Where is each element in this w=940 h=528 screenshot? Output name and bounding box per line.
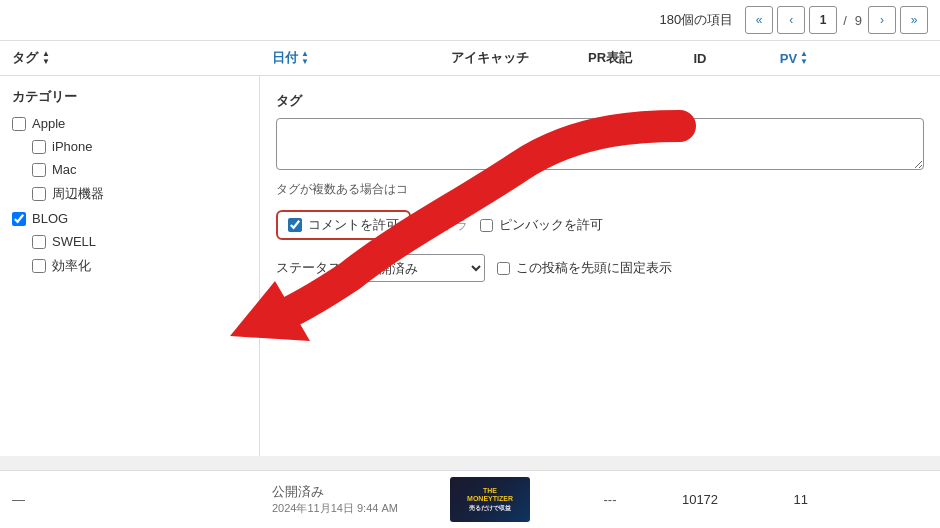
pingback-section: ピンバックを許可	[480, 216, 603, 234]
col-header-tag: タグ ▲▼	[0, 49, 260, 67]
main-content: カテゴリー Apple iPhone Mac 周辺機器	[0, 76, 940, 456]
options-row: コメントを許可 トラ ピンバックを許可	[276, 210, 924, 240]
first-page-button[interactable]: «	[745, 6, 773, 34]
item-count: 180個の項目	[659, 11, 733, 29]
category-peripheral[interactable]: 周辺機器	[12, 183, 247, 205]
status-row: ステータス 公開済み 下書き レビュー待ち この投稿を先頭に固定表示	[276, 254, 924, 282]
row-id: 10172	[660, 492, 740, 507]
category-swell[interactable]: SWELL	[12, 232, 247, 251]
trackback-checkbox[interactable]	[423, 219, 436, 232]
row-status: 公開済み	[272, 483, 408, 501]
pin-section: この投稿を先頭に固定表示	[497, 259, 672, 277]
category-iphone[interactable]: iPhone	[12, 137, 247, 156]
status-label: ステータス	[276, 259, 341, 277]
comment-allow-checkbox[interactable]	[288, 218, 302, 232]
page-separator: /	[841, 13, 849, 28]
col-header-date: 日付 ▲▼	[260, 49, 420, 67]
row-tag: —	[0, 492, 260, 507]
prev-page-button[interactable]: ‹	[777, 6, 805, 34]
table-header: タグ ▲▼ 日付 ▲▼ アイキャッチ PR表記 ID PV ▲▼	[0, 41, 940, 76]
checkbox-mac[interactable]	[32, 163, 46, 177]
pin-label: この投稿を先頭に固定表示	[516, 259, 672, 277]
row-eyecatch: THEMONEYTIZER売るだけで収益	[420, 477, 560, 522]
trackback-label: トラ	[442, 216, 468, 234]
col-header-pr: PR表記	[560, 49, 660, 67]
category-swell-label: SWELL	[52, 234, 96, 249]
checkbox-apple[interactable]	[12, 117, 26, 131]
category-peripheral-label: 周辺機器	[52, 185, 104, 203]
pv-sort-icon[interactable]: ▲▼	[800, 50, 808, 66]
checkbox-efficiency[interactable]	[32, 259, 46, 273]
trackback-section: トラ	[423, 216, 468, 234]
tag-hint: タグが複数ある場合はコ	[276, 181, 924, 198]
next-page-button[interactable]: ›	[868, 6, 896, 34]
category-blog[interactable]: BLOG	[12, 209, 247, 228]
col-header-pv: PV ▲▼	[740, 50, 820, 66]
comment-allow-section: コメントを許可	[276, 210, 411, 240]
current-page-button[interactable]: 1	[809, 6, 837, 34]
tag-sort-icon[interactable]: ▲▼	[42, 50, 50, 66]
row-pv: 11	[740, 492, 820, 507]
category-apple-label: Apple	[32, 116, 65, 131]
sidebar-title: カテゴリー	[12, 88, 247, 106]
thumbnail: THEMONEYTIZER売るだけで収益	[450, 477, 530, 522]
checkbox-swell[interactable]	[32, 235, 46, 249]
category-mac-label: Mac	[52, 162, 77, 177]
checkbox-peripheral[interactable]	[32, 187, 46, 201]
row-date-value: 2024年11月14日 9:44 AM	[272, 501, 408, 516]
tag-input[interactable]	[276, 118, 924, 170]
category-apple[interactable]: Apple	[12, 114, 247, 133]
comment-allow-label: コメントを許可	[308, 216, 399, 234]
date-sort-icon[interactable]: ▲▼	[301, 50, 309, 66]
category-iphone-label: iPhone	[52, 139, 92, 154]
checkbox-blog[interactable]	[12, 212, 26, 226]
last-page-button[interactable]: »	[900, 6, 928, 34]
total-pages: 9	[853, 13, 864, 28]
category-blog-label: BLOG	[32, 211, 68, 226]
pingback-checkbox[interactable]	[480, 219, 493, 232]
table-data-row: — 公開済み 2024年11月14日 9:44 AM THEMONEYTIZER…	[0, 470, 940, 528]
tag-section-label: タグ	[276, 92, 924, 110]
status-select[interactable]: 公開済み 下書き レビュー待ち	[353, 254, 485, 282]
category-efficiency-label: 効率化	[52, 257, 91, 275]
edit-panel: タグ タグが複数ある場合はコ コメントを許可 トラ ピンバックを許可 ステータス	[260, 76, 940, 456]
pin-checkbox[interactable]	[497, 262, 510, 275]
row-pr: ---	[560, 492, 660, 507]
category-mac[interactable]: Mac	[12, 160, 247, 179]
row-date: 公開済み 2024年11月14日 9:44 AM	[260, 483, 420, 516]
col-header-eyecatch: アイキャッチ	[420, 49, 560, 67]
pagination-bar: 180個の項目 « ‹ 1 / 9 › »	[0, 0, 940, 41]
category-efficiency[interactable]: 効率化	[12, 255, 247, 277]
pingback-label: ピンバックを許可	[499, 216, 603, 234]
checkbox-iphone[interactable]	[32, 140, 46, 154]
col-header-id: ID	[660, 51, 740, 66]
category-sidebar: カテゴリー Apple iPhone Mac 周辺機器	[0, 76, 260, 456]
